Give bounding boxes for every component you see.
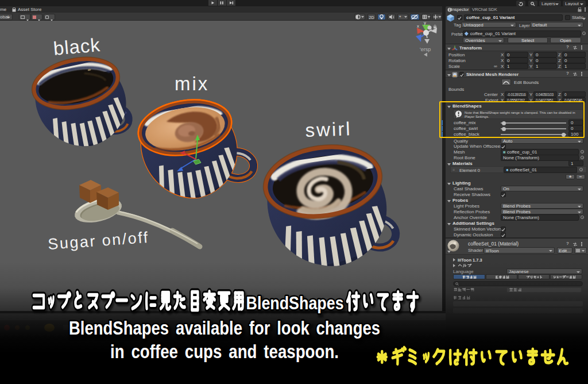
svg-text:'ersp: 'ersp bbox=[420, 47, 431, 52]
svg-text:x: x bbox=[417, 24, 419, 29]
svg-text:in coffee cups and teaspoon.: in coffee cups and teaspoon. bbox=[110, 341, 339, 362]
svg-text:black: black bbox=[52, 34, 101, 59]
svg-text:BlendShapes: BlendShapes bbox=[246, 293, 344, 313]
svg-text:y: y bbox=[424, 21, 426, 25]
svg-text:mix: mix bbox=[175, 73, 209, 94]
svg-text:BlendShapes available for look: BlendShapes available for look changes bbox=[69, 317, 380, 339]
svg-text:swirl: swirl bbox=[305, 118, 352, 141]
svg-text:Sugar on/off: Sugar on/off bbox=[47, 229, 149, 253]
svg-text:*: * bbox=[399, 14, 401, 20]
